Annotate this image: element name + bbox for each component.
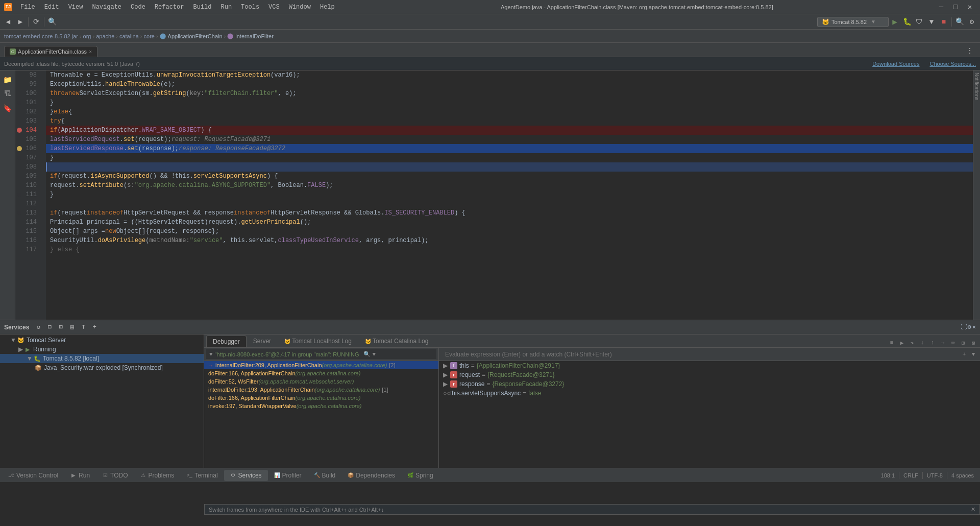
menu-view[interactable]: View bbox=[64, 3, 87, 12]
menu-file[interactable]: File bbox=[16, 3, 39, 12]
bottom-tab-terminal[interactable]: >_ Terminal bbox=[180, 470, 224, 481]
thread-header[interactable]: ▼ "http-nio-8080-exec-6"@2,417 in group … bbox=[206, 349, 436, 359]
menu-edit[interactable]: Edit bbox=[40, 3, 63, 12]
debug-tab-server[interactable]: Server bbox=[247, 335, 278, 347]
menu-help[interactable]: Help bbox=[316, 3, 339, 12]
bottom-tab-spring[interactable]: 🌿 Spring bbox=[401, 470, 439, 481]
menu-tools[interactable]: Tools bbox=[237, 3, 263, 12]
panel-add-btn[interactable]: + bbox=[89, 322, 100, 332]
debug-tab-localhost-log[interactable]: 🐱 Tomcat Localhost Log bbox=[278, 335, 358, 347]
menu-code[interactable]: Code bbox=[127, 3, 150, 12]
bottom-tab-version-control[interactable]: ⎇ Version Control bbox=[2, 470, 64, 481]
debug-memory-btn[interactable]: ⊞ bbox=[959, 338, 968, 347]
breadcrumb-org[interactable]: org bbox=[83, 33, 91, 39]
menu-run[interactable]: Run bbox=[216, 3, 236, 12]
menu-refactor[interactable]: Refactor bbox=[151, 3, 188, 12]
editor-tab-applicationfilterchain[interactable]: C ApplicationFilterChain.class × bbox=[4, 46, 97, 57]
project-icon[interactable]: 📁 bbox=[3, 75, 13, 85]
debug-resume-btn[interactable]: ▶ bbox=[897, 338, 906, 347]
close-btn[interactable]: ✕ bbox=[964, 1, 976, 13]
frame-item-3[interactable]: internalDoFilter:193, ApplicationFilterC… bbox=[204, 386, 438, 394]
bottom-tab-profiler[interactable]: 📊 Profiler bbox=[268, 470, 308, 481]
frame-item-1[interactable]: doFilter:166, ApplicationFilterChain (or… bbox=[204, 369, 438, 377]
dropdown-icon[interactable]: ▼ bbox=[373, 351, 376, 357]
var-item-response[interactable]: ▶ r response = {ResponseFacade@3272} bbox=[439, 379, 980, 389]
panel-collapse-btn[interactable]: ⊟ bbox=[44, 322, 55, 332]
debug-btn[interactable]: 🐛 bbox=[901, 16, 913, 28]
breadcrumb-catalina[interactable]: catalina bbox=[119, 33, 139, 39]
structure-icon[interactable]: 🏗 bbox=[3, 89, 13, 99]
menu-vcs[interactable]: VCS bbox=[264, 3, 284, 12]
bottom-tab-dependencies[interactable]: 📦 Dependencies bbox=[341, 470, 401, 481]
panel-expand-btn[interactable]: ⊞ bbox=[56, 322, 66, 332]
dropdown-btn[interactable]: ▼ bbox=[969, 350, 978, 359]
status-indent[interactable]: 4 spaces bbox=[947, 472, 978, 479]
debug-step-into-btn[interactable]: ↓ bbox=[918, 338, 927, 347]
run-with-coverage-btn[interactable]: 🛡 bbox=[913, 16, 925, 28]
status-encoding[interactable]: UTF-8 bbox=[923, 472, 947, 479]
bottom-tab-problems[interactable]: ⚠ Problems bbox=[134, 470, 181, 481]
breadcrumb-method[interactable]: internalDoFilter bbox=[235, 33, 274, 39]
run-configuration[interactable]: 🐱 Tomcat 8.5.82 ▼ bbox=[817, 17, 889, 27]
var-item-servletsupports[interactable]: ○○ this.servletSupportsAsync = false bbox=[439, 389, 980, 398]
filter-icon[interactable]: 🔍 bbox=[363, 351, 371, 357]
tab-more-btn[interactable]: ⋮ bbox=[964, 44, 976, 57]
more-run-btn[interactable]: ▼ bbox=[925, 16, 938, 28]
debug-run-to-cursor-btn[interactable]: → bbox=[938, 338, 947, 347]
add-watch-btn[interactable]: + bbox=[960, 350, 969, 359]
tree-item-tomcat-server[interactable]: ▼ 🐱 Tomcat Server bbox=[0, 336, 204, 345]
debug-step-out-btn[interactable]: ↑ bbox=[928, 338, 937, 347]
debug-step-over-btn[interactable]: ↷ bbox=[908, 338, 917, 347]
panel-maximize-btn[interactable]: ⛶ bbox=[961, 323, 967, 331]
toolbar-run-recent-btn[interactable]: ⟳ bbox=[30, 16, 42, 28]
settings-btn[interactable]: ⚙ bbox=[966, 16, 978, 28]
panel-filter-btn[interactable]: ⊤ bbox=[78, 322, 88, 332]
frame-item-2[interactable]: doFilter:52, WsFilter (org.apache.tomcat… bbox=[204, 377, 438, 386]
panel-group-btn[interactable]: ▤ bbox=[67, 322, 77, 332]
bottom-tab-services[interactable]: ⚙ Services bbox=[224, 470, 268, 481]
bp-slot-104[interactable] bbox=[15, 126, 23, 135]
find-btn[interactable]: 🔍 bbox=[953, 16, 966, 28]
var-item-request[interactable]: ▶ r request = {RequestFacade@3271} bbox=[439, 370, 980, 379]
bottom-tab-build[interactable]: 🔨 Build bbox=[308, 470, 342, 481]
toolbar-search-btn[interactable]: 🔍 bbox=[46, 16, 58, 28]
toolbar-back-btn[interactable]: ◀ bbox=[2, 16, 14, 28]
breadcrumb-core[interactable]: core bbox=[144, 33, 155, 39]
frame-item-0[interactable]: → internalDoFilter:209, ApplicationFilte… bbox=[204, 361, 438, 369]
panel-close-btn[interactable]: ✕ bbox=[972, 323, 976, 331]
debug-tab-catalina-log[interactable]: 🐱 Tomcat Catalina Log bbox=[358, 335, 435, 347]
breadcrumb-jar[interactable]: tomcat-embed-core-8.5.82.jar bbox=[4, 33, 78, 39]
status-line-sep[interactable]: CRLF bbox=[899, 472, 922, 479]
run-btn[interactable]: ▶ bbox=[889, 16, 901, 28]
frame-item-5[interactable]: invoke:197, StandardWrapperValve (org.ap… bbox=[204, 402, 438, 410]
breadcrumb-class[interactable]: ApplicationFilterChain bbox=[168, 33, 223, 39]
debug-evaluate-btn[interactable]: ⌨ bbox=[948, 338, 958, 347]
tree-item-tomcat-local[interactable]: ▼ 🐛 Tomcat 8.5.82 [local] bbox=[0, 354, 204, 363]
bookmarks-icon[interactable]: 🔖 bbox=[3, 103, 13, 113]
status-position[interactable]: 108:1 bbox=[877, 472, 899, 479]
bottom-tab-run[interactable]: ▶ Run bbox=[64, 470, 96, 481]
tree-item-running[interactable]: ▶ ▶ Running bbox=[0, 345, 204, 354]
debug-show-frames-btn[interactable]: ≡ bbox=[887, 338, 896, 347]
code-editor[interactable]: Throwable e = ExceptionUtils.unwrapInvoc… bbox=[46, 70, 973, 320]
minimize-btn[interactable]: ─ bbox=[935, 1, 947, 13]
panel-reload-btn[interactable]: ↺ bbox=[33, 322, 43, 332]
menu-window[interactable]: Window bbox=[285, 3, 315, 12]
stop-btn[interactable]: ■ bbox=[938, 16, 950, 28]
tree-item-artifact[interactable]: 📦 Java_Security:war exploded [Synchroniz… bbox=[0, 363, 204, 372]
choose-sources-link[interactable]: Choose Sources... bbox=[930, 61, 976, 67]
panel-settings-btn[interactable]: ⚙ bbox=[968, 323, 971, 331]
expression-input[interactable] bbox=[441, 350, 960, 359]
tab-close-btn[interactable]: × bbox=[89, 49, 92, 55]
bottom-tab-todo[interactable]: ☑ TODO bbox=[96, 470, 134, 481]
menu-build[interactable]: Build bbox=[189, 3, 215, 12]
menu-navigate[interactable]: Navigate bbox=[88, 3, 126, 12]
breadcrumb-apache[interactable]: apache bbox=[96, 33, 114, 39]
frame-item-4[interactable]: doFilter:166, ApplicationFilterChain (or… bbox=[204, 394, 438, 402]
notifications-label[interactable]: Notifications bbox=[974, 73, 979, 100]
debug-tab-debugger[interactable]: Debugger bbox=[206, 336, 247, 347]
debug-restore-btn[interactable]: ⊠ bbox=[969, 338, 978, 347]
toolbar-forward-btn[interactable]: ▶ bbox=[14, 16, 27, 28]
maximize-btn[interactable]: □ bbox=[949, 1, 962, 13]
download-sources-link[interactable]: Download Sources bbox=[872, 61, 919, 67]
